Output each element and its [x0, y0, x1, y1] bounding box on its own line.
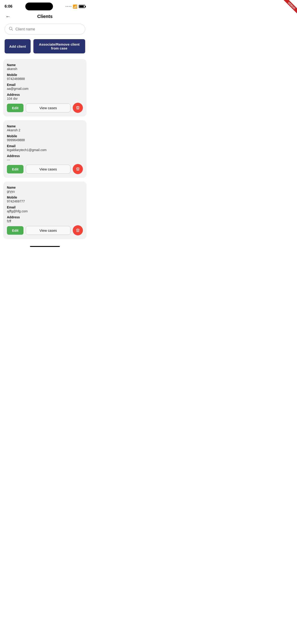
edit-button[interactable]: Edit	[7, 165, 24, 174]
email-value: ajffg@hfg.com	[7, 209, 83, 213]
search-icon	[8, 26, 13, 32]
mobile-value: 9999649888	[7, 138, 83, 142]
signal-icon	[66, 6, 71, 7]
email-label: Email	[7, 206, 83, 209]
name-value: gryyu	[7, 190, 83, 193]
add-client-button[interactable]: Add client	[4, 39, 30, 54]
email-value: aa@gmail.com	[7, 87, 83, 90]
trash-icon	[76, 106, 80, 110]
trash-icon	[76, 167, 80, 171]
action-buttons: Add client Associate/Remove client from …	[0, 39, 90, 59]
delete-button[interactable]	[73, 225, 83, 236]
mobile-value: 9742469777	[7, 200, 83, 203]
card-actions: Edit View cases	[7, 225, 83, 236]
email-value: legaldiarytech1@gmail.com	[7, 148, 83, 152]
delete-button[interactable]	[73, 164, 83, 174]
battery-icon	[79, 5, 85, 8]
clients-list: Name akansh Mobile 9742469888 Email aa@g…	[0, 59, 90, 239]
delete-button[interactable]	[73, 103, 83, 113]
name-label: Name	[7, 63, 83, 67]
search-wrapper	[4, 24, 85, 34]
address-label: Address	[7, 215, 83, 219]
card-actions: Edit View cases	[7, 103, 83, 113]
page-title: Clients	[37, 14, 53, 19]
svg-line-1	[12, 30, 13, 31]
home-indicator	[0, 244, 90, 248]
name-value: akansh	[7, 67, 83, 71]
wifi-icon: 📶	[73, 4, 77, 9]
client-card: Name Akansh 2 Mobile 9999649888 Email le…	[3, 120, 86, 178]
edit-button[interactable]: Edit	[7, 226, 24, 235]
home-bar	[30, 246, 60, 247]
address-value: ---	[7, 158, 83, 162]
address-label: Address	[7, 154, 83, 158]
mobile-label: Mobile	[7, 196, 83, 199]
mobile-label: Mobile	[7, 134, 83, 138]
associate-button[interactable]: Associate/Remove client from case	[34, 39, 85, 54]
status-time: 6:06	[4, 4, 12, 9]
status-icons: 📶	[66, 4, 85, 9]
email-label: Email	[7, 83, 83, 86]
dynamic-island	[25, 2, 53, 10]
email-label: Email	[7, 144, 83, 148]
status-bar: 6:06 📶	[0, 0, 90, 12]
edit-button[interactable]: Edit	[7, 104, 24, 112]
mobile-value: 9742469888	[7, 77, 83, 80]
search-input[interactable]	[16, 27, 81, 31]
name-label: Name	[7, 186, 83, 189]
address-label: Address	[7, 93, 83, 96]
address-value: 104 dsr	[7, 97, 83, 100]
trash-icon	[76, 228, 80, 233]
view-cases-button[interactable]: View cases	[26, 104, 70, 112]
view-cases-button[interactable]: View cases	[26, 226, 70, 235]
view-cases-button[interactable]: View cases	[26, 165, 70, 174]
mobile-label: Mobile	[7, 73, 83, 77]
name-value: Akansh 2	[7, 128, 83, 132]
client-card: Name akansh Mobile 9742469888 Email aa@g…	[3, 59, 86, 116]
address-value: fzff	[7, 219, 83, 223]
back-button[interactable]: ←	[4, 13, 12, 20]
header: ← Clients	[0, 12, 90, 24]
client-card: Name gryyu Mobile 9742469777 Email ajffg…	[3, 182, 86, 239]
card-actions: Edit View cases	[7, 164, 83, 174]
search-container	[0, 24, 90, 39]
name-label: Name	[7, 124, 83, 128]
